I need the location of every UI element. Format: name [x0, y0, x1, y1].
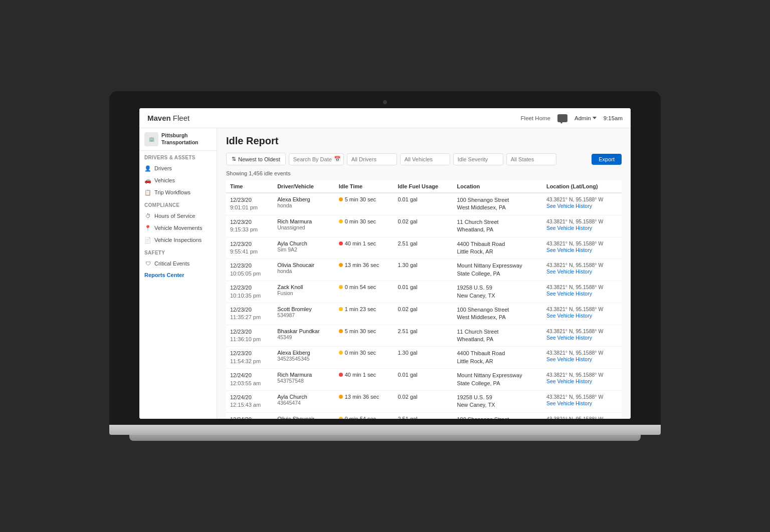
- sidebar-item-label: Drivers: [154, 165, 172, 171]
- drivers-filter-input[interactable]: [347, 153, 397, 165]
- cell-time: 12/23/20 9:15:33 pm: [226, 215, 273, 237]
- sidebar-item-reports-center[interactable]: Reports Center: [139, 270, 217, 281]
- sidebar-item-vehicle-inspections[interactable]: 📄 Vehicle Inspections: [139, 234, 217, 246]
- sidebar-item-hours-of-service[interactable]: ⏱ Hours of Service: [139, 210, 217, 222]
- cell-idle-time: 0 min 30 sec: [335, 347, 394, 369]
- chevron-down-icon: [593, 117, 597, 119]
- vehicles-filter-input[interactable]: [400, 153, 450, 165]
- cell-driver-vehicle: Ayla Church 43645474: [273, 391, 335, 413]
- table-row: 12/24/20 12:15:43 am Ayla Church 4364547…: [226, 391, 622, 413]
- filters-bar: ⇅ Newest to Oldest 📅 Export: [226, 153, 622, 165]
- cell-idle-time: 5 min 30 sec: [335, 193, 394, 215]
- idle-report-table: Time Driver/Vehicle Idle Time Idle Fuel …: [226, 180, 622, 419]
- org-icon: 🏢: [144, 132, 158, 146]
- cell-driver-vehicle: Scott Bromley 534987: [273, 303, 335, 325]
- cell-location: Mount Nittany Expressway State College, …: [453, 259, 542, 281]
- cell-location: Mount Nittany Expressway State College, …: [453, 369, 542, 391]
- cell-time: 12/24/20 12:15:43 am: [226, 391, 273, 413]
- cell-location: 4400 Thibault Road Little Rock, AR: [453, 237, 542, 259]
- cell-driver-vehicle: Rich Marmura Unassigned: [273, 215, 335, 237]
- cell-coords: 43.3821° N, 95.1588° W See Vehicle Histo…: [542, 391, 622, 413]
- cell-location: 100 Shenango Street West Middlesex, PA: [453, 303, 542, 325]
- cell-driver-vehicle: Olivia Shoucair honda: [273, 259, 335, 281]
- vehicles-icon: 🚗: [144, 177, 151, 184]
- see-vehicle-history-link[interactable]: See Vehicle History: [546, 291, 618, 297]
- cell-coords: 43.3821° N, 95.1588° W See Vehicle Histo…: [542, 412, 622, 419]
- cell-coords: 43.3821° N, 95.1588° W See Vehicle Histo…: [542, 237, 622, 259]
- calendar-icon: 📅: [334, 156, 341, 162]
- laptop-camera: [383, 100, 387, 104]
- table-row: 12/23/20 10:10:35 pm Zack Knoll Fusion 0…: [226, 281, 622, 303]
- cell-fuel-usage: 0.01 gal: [394, 369, 453, 391]
- see-vehicle-history-link[interactable]: See Vehicle History: [546, 225, 618, 231]
- cell-time: 12/23/20 11:35:27 pm: [226, 303, 273, 325]
- fleet-home-link[interactable]: Fleet Home: [521, 115, 550, 121]
- table-row: 12/24/20 12:45:13 am Olivia Shoucair 325…: [226, 412, 622, 419]
- sidebar-item-drivers[interactable]: 👤 Drivers: [139, 162, 217, 174]
- see-vehicle-history-link[interactable]: See Vehicle History: [546, 400, 618, 406]
- cell-time: 12/23/20 10:05:05 pm: [226, 259, 273, 281]
- cell-coords: 43.3821° N, 95.1588° W See Vehicle Histo…: [542, 281, 622, 303]
- sidebar-item-vehicle-movements[interactable]: 📍 Vehicle Movements: [139, 222, 217, 234]
- cell-driver-vehicle: Alexa Ekberg honda: [273, 193, 335, 215]
- idle-severity-filter-input[interactable]: [453, 153, 503, 165]
- cell-location: 19258 U.S. 59 New Caney, TX: [453, 391, 542, 413]
- main-content: Idle Report ⇅ Newest to Oldest 📅: [217, 128, 631, 419]
- see-vehicle-history-link[interactable]: See Vehicle History: [546, 335, 618, 341]
- sort-icon: ⇅: [232, 156, 236, 162]
- sidebar-item-label: Vehicle Inspections: [154, 237, 202, 243]
- laptop-screen: Maven Fleet Fleet Home Admin 9:15am: [139, 108, 631, 419]
- cell-fuel-usage: 2.51 gal: [394, 237, 453, 259]
- sidebar-item-label: Vehicles: [154, 177, 175, 183]
- cell-fuel-usage: 0.02 gal: [394, 303, 453, 325]
- laptop-bottom: [129, 435, 641, 441]
- cell-location: 11 Church Street Wheatland, PA: [453, 215, 542, 237]
- cell-coords: 43.3821° N, 95.1588° W See Vehicle Histo…: [542, 325, 622, 347]
- sidebar-item-critical-events[interactable]: 🛡 Critical Events: [139, 257, 217, 270]
- sidebar: 🏢 Pittsburgh Transportation Drivers & As…: [139, 128, 217, 419]
- see-vehicle-history-link[interactable]: See Vehicle History: [546, 313, 618, 319]
- brand-logo: Maven Fleet: [147, 114, 189, 122]
- cell-fuel-usage: 1.30 gal: [394, 259, 453, 281]
- cell-time: 12/23/20 9:01:01 pm: [226, 193, 273, 215]
- cell-coords: 43.3821° N, 95.1588° W See Vehicle Histo…: [542, 369, 622, 391]
- sidebar-item-trip-workflows[interactable]: 📋 Trip Workflows: [139, 186, 217, 198]
- cell-time: 12/23/20 9:55:41 pm: [226, 237, 273, 259]
- cell-driver-vehicle: Rich Marmura 543757548: [273, 369, 335, 391]
- sidebar-item-vehicles[interactable]: 🚗 Vehicles: [139, 174, 217, 186]
- cell-coords: 43.3821° N, 95.1588° W See Vehicle Histo…: [542, 347, 622, 369]
- table-row: 12/24/20 12:03:55 am Rich Marmura 543757…: [226, 369, 622, 391]
- cell-idle-time: 0 min 30 sec: [335, 215, 394, 237]
- see-vehicle-history-link[interactable]: See Vehicle History: [546, 247, 618, 253]
- table-row: 12/23/20 9:15:33 pm Rich Marmura Unassig…: [226, 215, 622, 237]
- sidebar-org[interactable]: 🏢 Pittsburgh Transportation: [139, 128, 217, 151]
- table-row: 12/23/20 9:01:01 pm Alexa Ekberg honda 5…: [226, 193, 622, 215]
- cell-time: 12/24/20 12:45:13 am: [226, 412, 273, 419]
- chat-icon[interactable]: [557, 114, 567, 122]
- cell-time: 12/23/20 11:36:10 pm: [226, 325, 273, 347]
- drivers-icon: 👤: [144, 165, 151, 172]
- cell-driver-vehicle: Zack Knoll Fusion: [273, 281, 335, 303]
- movements-icon: 📍: [144, 224, 151, 231]
- sort-filter-button[interactable]: ⇅ Newest to Oldest: [226, 153, 286, 165]
- states-filter-input[interactable]: [506, 153, 556, 165]
- cell-fuel-usage: 2.51 gal: [394, 325, 453, 347]
- see-vehicle-history-link[interactable]: See Vehicle History: [546, 378, 618, 384]
- cell-fuel-usage: 0.02 gal: [394, 215, 453, 237]
- page-title: Idle Report: [226, 135, 622, 147]
- see-vehicle-history-link[interactable]: See Vehicle History: [546, 203, 618, 209]
- admin-dropdown[interactable]: Admin: [574, 115, 597, 121]
- current-time: 9:15am: [604, 115, 623, 121]
- table-row: 12/23/20 10:05:05 pm Olivia Shoucair hon…: [226, 259, 622, 281]
- sidebar-item-label: Trip Workflows: [154, 189, 190, 195]
- export-button[interactable]: Export: [592, 154, 622, 165]
- app-container: Maven Fleet Fleet Home Admin 9:15am: [139, 108, 631, 419]
- cell-time: 12/23/20 10:10:35 pm: [226, 281, 273, 303]
- see-vehicle-history-link[interactable]: See Vehicle History: [546, 356, 618, 362]
- see-vehicle-history-link[interactable]: See Vehicle History: [546, 269, 618, 275]
- table-row: 12/23/20 9:55:41 pm Ayla Church Sim 9A2 …: [226, 237, 622, 259]
- sidebar-item-label: Hours of Service: [154, 213, 195, 219]
- cell-fuel-usage: 0.02 gal: [394, 391, 453, 413]
- sidebar-item-label: Vehicle Movements: [154, 225, 202, 231]
- cell-idle-time: 5 min 30 sec: [335, 325, 394, 347]
